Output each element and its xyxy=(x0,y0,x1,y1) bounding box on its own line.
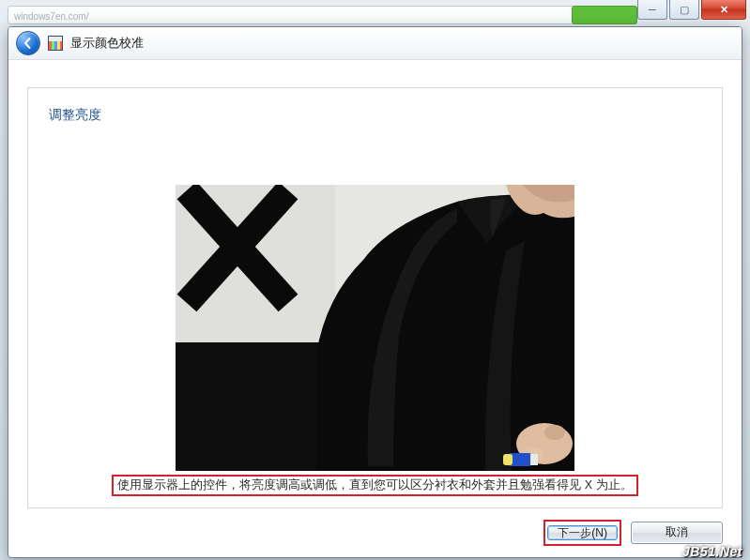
minimize-button[interactable]: ─ xyxy=(637,0,667,20)
back-arrow-icon xyxy=(22,37,35,50)
next-button-highlight: 下一步(N) xyxy=(543,520,621,546)
next-button[interactable]: 下一步(N) xyxy=(547,525,618,540)
maximize-button[interactable]: ▢ xyxy=(669,0,699,20)
instruction-text: 使用显示器上的控件，将亮度调高或调低，直到您可以区分衬衣和外套并且勉强看得见 X… xyxy=(112,475,637,497)
close-button[interactable]: ✕ xyxy=(701,0,746,20)
back-button[interactable] xyxy=(16,31,40,55)
background-green-button xyxy=(572,6,637,24)
display-color-calibration-window: 显示颜色校准 调整亮度 xyxy=(8,26,742,558)
wizard-header: 显示颜色校准 xyxy=(8,27,742,60)
sample-photo-svg xyxy=(176,185,574,471)
svg-point-6 xyxy=(544,425,565,440)
window-title: 显示颜色校准 xyxy=(70,35,144,52)
svg-rect-2 xyxy=(176,342,335,471)
cancel-button[interactable]: 取消 xyxy=(631,522,723,544)
step-heading: 调整亮度 xyxy=(49,107,701,124)
address-snippet: windows7en.com/ xyxy=(8,11,88,22)
window-caption-buttons: ─ ▢ ✕ xyxy=(637,0,746,20)
svg-rect-10 xyxy=(530,454,538,465)
brightness-sample-image xyxy=(176,185,574,471)
svg-rect-9 xyxy=(503,454,513,465)
wizard-body: 调整亮度 xyxy=(27,87,723,508)
watermark: JB51.Net xyxy=(682,544,742,559)
calibration-icon xyxy=(48,36,63,51)
instruction-highlight: 使用显示器上的控件，将亮度调高或调低，直到您可以区分衬衣和外套并且勉强看得见 X… xyxy=(111,475,639,497)
wizard-footer: 下一步(N) 取消 xyxy=(27,518,723,548)
background-address-bar: windows7en.com/ xyxy=(8,6,637,24)
